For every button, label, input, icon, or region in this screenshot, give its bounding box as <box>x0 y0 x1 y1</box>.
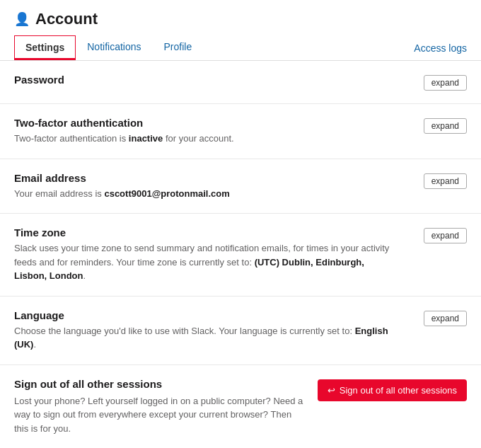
tab-notifications[interactable]: Notifications <box>76 35 152 60</box>
tab-settings[interactable]: Settings <box>14 35 76 60</box>
access-logs-link[interactable]: Access logs <box>414 37 467 59</box>
two-factor-desc-suffix: for your account. <box>163 133 233 144</box>
language-title: Language <box>14 309 410 321</box>
sign-out-desc: Lost your phone? Left yourself logged in… <box>14 394 303 436</box>
page-title: Account <box>35 10 98 28</box>
nav-tabs: Settings Notifications Profile Access lo… <box>14 35 467 60</box>
account-icon: 👤 <box>14 11 30 27</box>
email-desc: Your email address is cscott9001@protonm… <box>14 187 396 201</box>
timezone-section: Time zone Slack uses your time zone to s… <box>0 214 481 297</box>
email-value: cscott9001@protonmail.com <box>104 188 229 199</box>
email-expand-button[interactable]: expand <box>424 173 467 189</box>
password-section: Password expand <box>0 61 481 104</box>
sign-out-title: Sign out of all other sessions <box>14 378 303 390</box>
two-factor-status: inactive <box>129 133 163 144</box>
language-desc-suffix: . <box>33 339 36 350</box>
tab-profile[interactable]: Profile <box>153 35 204 60</box>
two-factor-expand-button[interactable]: expand <box>424 118 467 134</box>
email-desc-prefix: Your email address is <box>14 188 104 199</box>
language-section-body: Language Choose the language you'd like … <box>14 309 410 352</box>
two-factor-section: Two-factor authentication Two-factor aut… <box>0 104 481 159</box>
nav-tabs-left: Settings Notifications Profile <box>14 35 203 60</box>
timezone-section-body: Time zone Slack uses your time zone to s… <box>14 226 410 283</box>
email-section-body: Email address Your email address is csco… <box>14 172 410 201</box>
email-title: Email address <box>14 172 410 184</box>
page-header: 👤 Account Settings Notifications Profile… <box>0 0 481 61</box>
sign-out-icon: ↩ <box>328 385 335 396</box>
timezone-desc-period: . <box>83 270 86 281</box>
language-expand-button[interactable]: expand <box>424 311 467 326</box>
sign-out-button-label: Sign out of all other sessions <box>340 385 457 396</box>
language-desc-prefix: Choose the language you'd like to use wi… <box>14 326 355 336</box>
two-factor-section-body: Two-factor authentication Two-factor aut… <box>14 117 410 146</box>
sign-out-button[interactable]: ↩ Sign out of all other sessions <box>318 379 467 401</box>
timezone-expand-button[interactable]: expand <box>424 228 467 243</box>
password-title: Password <box>14 74 410 86</box>
two-factor-title: Two-factor authentication <box>14 117 410 129</box>
email-section: Email address Your email address is csco… <box>0 159 481 214</box>
two-factor-desc-prefix: Two-factor authentication is <box>14 133 129 144</box>
timezone-desc: Slack uses your time zone to send summar… <box>14 241 396 283</box>
password-expand-button[interactable]: expand <box>424 75 467 91</box>
password-section-body: Password <box>14 74 410 88</box>
two-factor-desc: Two-factor authentication is inactive fo… <box>14 132 396 146</box>
content-area: Password expand Two-factor authenticatio… <box>0 61 481 448</box>
language-desc: Choose the language you'd like to use wi… <box>14 324 396 352</box>
timezone-title: Time zone <box>14 226 410 239</box>
sign-out-section: Sign out of all other sessions Lost your… <box>0 365 481 449</box>
sign-out-body: Sign out of all other sessions Lost your… <box>14 378 303 436</box>
language-section: Language Choose the language you'd like … <box>0 297 481 365</box>
